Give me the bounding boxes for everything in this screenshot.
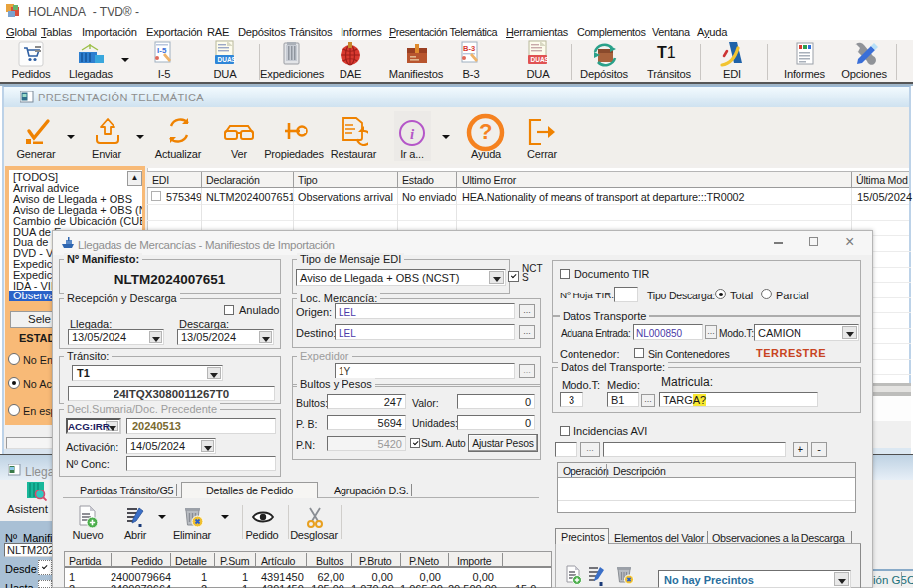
svg-text:i: i <box>410 126 415 142</box>
svg-text:DUAS: DUAS <box>531 56 550 63</box>
svg-text:B-3: B-3 <box>463 44 475 53</box>
svg-text:DUAS: DUAS <box>218 56 237 63</box>
svg-text:?: ? <box>479 119 492 144</box>
